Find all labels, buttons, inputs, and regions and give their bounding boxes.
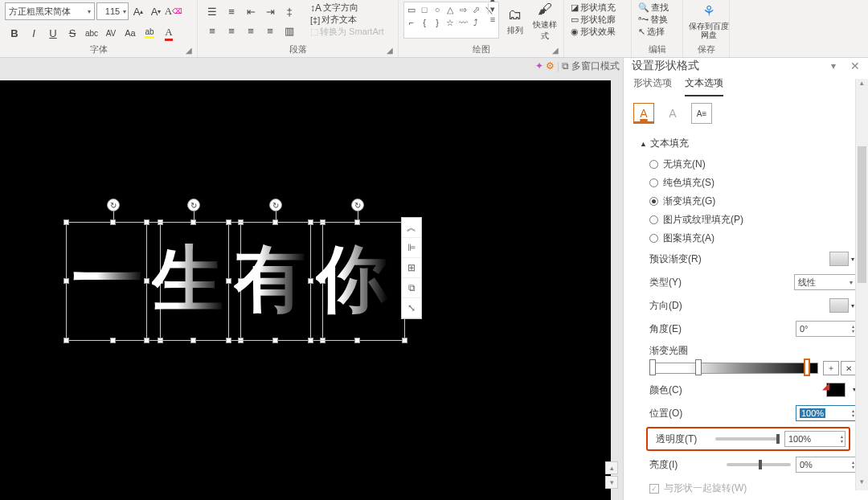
- multiwindow-label[interactable]: 多窗口模式: [571, 59, 620, 73]
- replace-button[interactable]: ᵃ⤳替换: [637, 14, 678, 26]
- shape-brace-icon[interactable]: {: [419, 17, 430, 28]
- rotate-with-shape-checkbox[interactable]: ✓与形状一起旋转(W): [640, 477, 857, 500]
- shape-star-icon[interactable]: ☆: [444, 17, 456, 28]
- tab-text-options[interactable]: 文本选项: [685, 76, 723, 96]
- rotate-handle-1[interactable]: ↻: [107, 199, 120, 211]
- bold-button[interactable]: B: [5, 23, 24, 43]
- select-button[interactable]: ↖选择: [637, 26, 678, 38]
- section-header[interactable]: ▲文本填充: [640, 132, 857, 155]
- shape-curve-icon[interactable]: 〰: [457, 17, 469, 28]
- bullets-button[interactable]: ☰: [203, 2, 222, 21]
- font-color-button[interactable]: A: [159, 23, 178, 43]
- textbox-icon[interactable]: A≡: [691, 103, 712, 124]
- draw-dialog-launcher[interactable]: ◢: [552, 46, 562, 55]
- handle-tl[interactable]: [63, 219, 69, 225]
- handle-bl[interactable]: [63, 338, 69, 343]
- direction-swatch[interactable]: [829, 298, 849, 313]
- gstop-1[interactable]: [649, 359, 656, 375]
- justify-button[interactable]: ≡: [260, 21, 280, 40]
- shape-diag-icon[interactable]: ⬀: [470, 4, 481, 15]
- strike-button[interactable]: S: [63, 23, 82, 43]
- textbox-4[interactable]: ↻ 你: [310, 222, 405, 341]
- highlight-button[interactable]: ab: [140, 23, 159, 43]
- char-spacing-button[interactable]: AV: [101, 23, 121, 43]
- scroll-down-icon[interactable]: ▾: [856, 477, 868, 490]
- columns-button[interactable]: ▥: [280, 21, 299, 40]
- gstop-2[interactable]: [695, 359, 702, 375]
- angle-spin[interactable]: 0°▴▾: [796, 321, 857, 337]
- type-combo[interactable]: 线性▾: [794, 274, 857, 290]
- pane-scrollbar[interactable]: ▴ ▾: [855, 79, 868, 490]
- scroll-down-icon[interactable]: ▾: [605, 476, 618, 489]
- indent-dec-button[interactable]: ⇤: [241, 2, 260, 21]
- gear-icon[interactable]: ⚙: [546, 60, 555, 72]
- find-button[interactable]: 🔍查找: [637, 2, 678, 14]
- scroll-up-icon[interactable]: ▴: [856, 79, 868, 92]
- magic-icon[interactable]: ✦: [535, 60, 543, 72]
- align-right-button[interactable]: ≡: [241, 21, 260, 40]
- position-spin[interactable]: 100%▴▾: [796, 405, 857, 421]
- handle-l[interactable]: [63, 278, 69, 284]
- add-stop-button[interactable]: ＋: [823, 361, 839, 375]
- mini-align-icon[interactable]: ⊫: [402, 238, 421, 258]
- text-fill-icon[interactable]: A: [633, 103, 654, 124]
- font-size-combo[interactable]: 115▾: [96, 2, 129, 20]
- preset-swatch[interactable]: [829, 252, 849, 266]
- shape-gallery[interactable]: ▭□○△⇨⬀＼ ⌐{}☆〰⤴ ▴▾≡: [403, 2, 499, 39]
- case-button[interactable]: Aa: [121, 23, 140, 43]
- radio-picture-fill[interactable]: 图片或纹理填充(P): [640, 211, 857, 229]
- font-dialog-launcher[interactable]: ◢: [186, 46, 195, 55]
- handle-t[interactable]: [110, 219, 116, 225]
- brightness-spin[interactable]: 0%▴▾: [796, 457, 857, 473]
- mini-top-icon[interactable]: ︽: [402, 218, 421, 238]
- color-swatch[interactable]: ▾◢: [826, 383, 845, 397]
- grow-font-button[interactable]: A▴: [130, 2, 146, 20]
- clear-format-button[interactable]: A⌫: [166, 2, 182, 20]
- shape-l-icon[interactable]: ⌐: [406, 17, 417, 28]
- quickstyle-button[interactable]: 🖌快速样式: [532, 2, 559, 40]
- shape-square-icon[interactable]: □: [419, 4, 430, 15]
- gradient-bar[interactable]: ＋✕: [649, 361, 857, 375]
- numbering-button[interactable]: ≡: [222, 2, 241, 21]
- mini-expand-icon[interactable]: ⤡: [402, 298, 421, 318]
- gstop-3[interactable]: [804, 359, 810, 376]
- line-spacing-button[interactable]: ‡: [280, 2, 299, 21]
- shape-brace2-icon[interactable]: }: [432, 17, 443, 28]
- align-center-button[interactable]: ≡: [222, 21, 241, 40]
- multiwindow-icon[interactable]: ⧉: [562, 60, 569, 72]
- shape-triangle-icon[interactable]: △: [444, 4, 456, 15]
- pane-close-icon[interactable]: ✕: [850, 59, 860, 72]
- align-text-button[interactable]: [‡]对齐文本: [310, 14, 383, 26]
- canvas-vscroll[interactable]: ▴ ▾: [605, 460, 618, 492]
- font-name-combo[interactable]: 方正粗黑宋简体▾: [5, 2, 95, 20]
- shape-effect-button[interactable]: ◉形状效果: [569, 26, 626, 38]
- para-dialog-launcher[interactable]: ◢: [387, 46, 396, 55]
- shape-outline-button[interactable]: ▭形状轮廓: [569, 14, 626, 26]
- shadow-button[interactable]: abc: [82, 23, 101, 43]
- handle-b[interactable]: [110, 338, 116, 343]
- shape-arrow-icon[interactable]: ⇨: [457, 4, 469, 15]
- del-stop-button[interactable]: ✕: [841, 361, 857, 375]
- brightness-slider[interactable]: [727, 463, 791, 466]
- indent-inc-button[interactable]: ⇥: [260, 2, 280, 21]
- radio-solid-fill[interactable]: 纯色填充(S): [640, 174, 857, 192]
- shape-rect-icon[interactable]: ▭: [406, 4, 417, 15]
- tab-shape-options[interactable]: 形状选项: [633, 76, 672, 96]
- text-effects-icon[interactable]: A: [662, 103, 683, 124]
- slide[interactable]: ↻ 一 ↻ 生 ↻ 有 ↻ 你: [0, 80, 611, 500]
- shape-fill-button[interactable]: ◪形状填充: [569, 2, 626, 14]
- shape-circle-icon[interactable]: ○: [432, 4, 443, 15]
- radio-pattern-fill[interactable]: 图案填充(A): [640, 229, 857, 248]
- align-left-button[interactable]: ≡: [203, 21, 222, 40]
- canvas-area[interactable]: ✦ ⚙ | ⧉ 多窗口模式 ↻ 一 ↻ 生 ↻ 有 ↻: [0, 58, 623, 500]
- text-direction-button[interactable]: ↕A文字方向: [310, 2, 383, 14]
- scroll-thumb[interactable]: [858, 146, 866, 283]
- rotate-handle-3[interactable]: ↻: [269, 199, 282, 211]
- baidu-save-button[interactable]: ⚘保存到百度网盘: [688, 2, 730, 40]
- radio-no-fill[interactable]: 无填充(N): [640, 155, 857, 174]
- pane-pin-icon[interactable]: ▾: [831, 60, 836, 72]
- rotate-handle-4[interactable]: ↻: [351, 199, 364, 211]
- scroll-up-icon[interactable]: ▴: [605, 461, 618, 474]
- mini-grid-icon[interactable]: ⊞: [402, 258, 421, 278]
- arrange-button[interactable]: 🗂排列: [502, 2, 529, 40]
